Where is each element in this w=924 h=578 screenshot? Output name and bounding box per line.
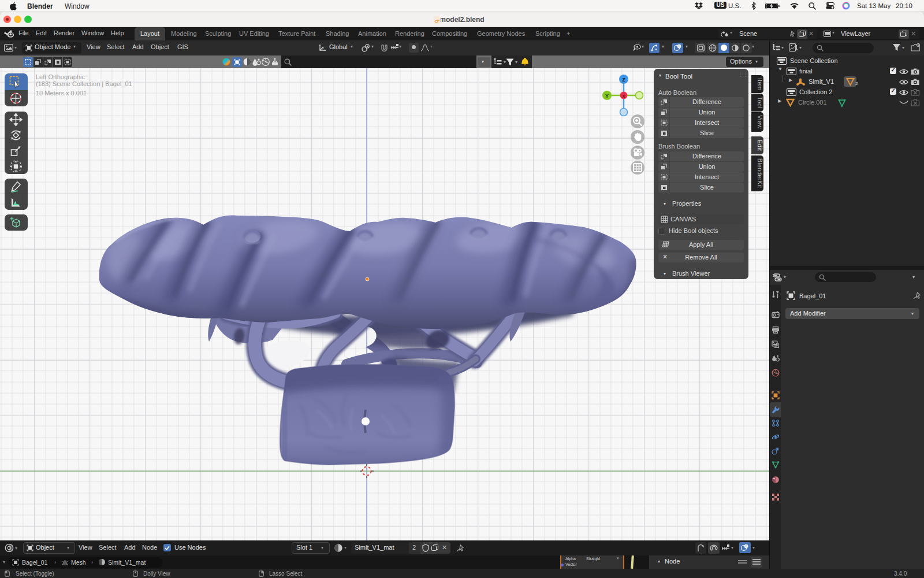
svg-text:X: X bbox=[622, 94, 625, 99]
svg-text:Z: Z bbox=[622, 77, 625, 83]
svg-text:Y: Y bbox=[605, 93, 609, 99]
